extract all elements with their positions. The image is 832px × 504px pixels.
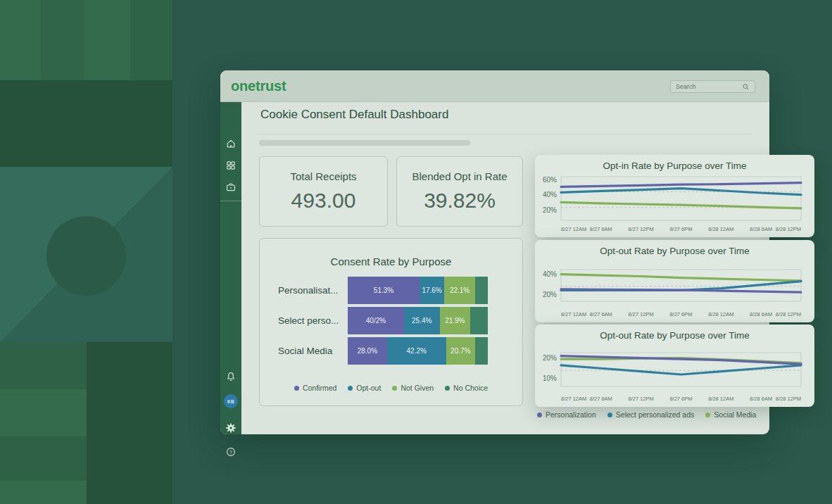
bar-category-label: Select perso... — [278, 315, 348, 326]
legend-label: Select personalized ads — [616, 410, 695, 419]
legend-item-social-media: Social Media — [705, 410, 756, 419]
svg-text:8/27 6PM: 8/27 6PM — [669, 226, 692, 232]
bar-category-label: Personalisat... — [278, 285, 348, 296]
grid-icon[interactable] — [225, 160, 237, 171]
background-square — [84, 0, 130, 80]
background-band — [0, 167, 172, 342]
consent-legend: ConfirmedOpt-outNot GivenNo Choice — [260, 384, 522, 392]
svg-text:8/28 12AM: 8/28 12AM — [708, 396, 733, 402]
bar-segment-not-given: 22.1% — [444, 277, 475, 304]
svg-text:8/27 6PM: 8/27 6PM — [669, 396, 692, 402]
line-chart-plot: 60%40%20%8/27 12AM8/27 6AM8/27 12PM8/27 … — [535, 155, 814, 237]
svg-text:20%: 20% — [543, 206, 557, 214]
svg-text:8/27 6AM: 8/27 6AM — [590, 311, 612, 317]
bar-segment-confirmed: 40/2% — [348, 307, 404, 334]
search-icon — [742, 83, 750, 91]
svg-text:8/28 12PM: 8/28 12PM — [776, 226, 801, 232]
svg-text:60%: 60% — [543, 176, 557, 184]
legend-dot — [705, 412, 710, 417]
bar-segment-opt-out: 17.6% — [420, 277, 444, 304]
bell-icon[interactable] — [225, 371, 237, 382]
stat-value: 39.82% — [397, 189, 522, 213]
stat-value: 493.00 — [260, 189, 387, 213]
sidebar-divider — [220, 201, 241, 201]
search-box[interactable]: Search — [670, 80, 755, 93]
svg-text:?: ? — [229, 449, 232, 455]
app-window: onetrust Search KB — [220, 70, 769, 434]
bar-segment-confirmed: 28.0% — [348, 337, 387, 365]
onetrust-logo: onetrust — [231, 78, 286, 94]
legend-label: Social Media — [714, 410, 756, 419]
bar-segment-confirmed: 51.3% — [348, 277, 420, 304]
legend-dot — [607, 412, 612, 417]
avatar[interactable]: KB — [224, 394, 238, 408]
svg-text:8/27 12AM: 8/27 12AM — [561, 311, 586, 317]
svg-text:8/27 6AM: 8/27 6AM — [590, 226, 612, 232]
background-square — [0, 436, 87, 481]
legend-label: Confirmed — [303, 384, 336, 392]
line-chart-plot: 20%10%8/27 12AM8/27 6AM8/27 12PM8/27 6PM… — [535, 325, 814, 407]
chart-title: Consent Rate by Purpose — [260, 256, 522, 267]
search-placeholder: Search — [676, 83, 696, 90]
svg-text:8/28 12PM: 8/28 12PM — [776, 396, 801, 402]
svg-text:8/28 12PM: 8/28 12PM — [776, 311, 801, 317]
stat-label: Total Receipts — [260, 170, 387, 182]
svg-text:8/28 6AM: 8/28 6AM — [750, 311, 772, 317]
legend-dot — [445, 386, 450, 391]
svg-text:8/28 6AM: 8/28 6AM — [750, 226, 772, 232]
legend-item-opt-out: Opt-out — [348, 384, 381, 392]
consent-row-personalisat: Personalisat...51.3%17.6%22.1% — [278, 277, 488, 304]
bar-segment-no-choice — [475, 277, 488, 304]
svg-text:8/28 6AM: 8/28 6AM — [750, 396, 772, 402]
gear-icon[interactable] — [225, 422, 237, 434]
bar-segment-no-choice — [475, 337, 488, 365]
legend-label: Opt-out — [356, 384, 381, 392]
legend-item-not-given: Not Given — [392, 384, 434, 392]
title-divider — [259, 134, 752, 134]
legend-item-select-personalized-ads: Select personalized ads — [607, 410, 695, 419]
bar-segment-not-given: 21.9% — [440, 307, 471, 334]
legend-label: Not Given — [401, 384, 434, 392]
bar-segment-opt-out: 25.4% — [404, 307, 440, 334]
bar-segment-no-choice — [470, 307, 488, 334]
stat-card-total-receipts: Total Receipts 493.00 — [259, 156, 388, 227]
home-icon[interactable] — [225, 138, 237, 149]
opt-out-rate-chart-card-2: Opt-out Rate by Purpose over Time 20%10%… — [535, 325, 814, 407]
svg-text:8/28 12AM: 8/28 12AM — [708, 311, 733, 317]
briefcase-icon[interactable] — [225, 182, 237, 193]
svg-text:40%: 40% — [543, 191, 557, 199]
svg-text:8/27 12PM: 8/27 12PM — [629, 226, 654, 232]
bar-category-label: Social Media — [278, 346, 348, 356]
bar-segment-not-given: 20.7% — [446, 337, 475, 365]
background-square — [0, 389, 87, 436]
stacked-bar: 51.3%17.6%22.1% — [348, 277, 488, 304]
svg-text:20%: 20% — [543, 291, 557, 298]
legend-dot — [537, 412, 542, 417]
svg-text:8/27 6AM: 8/27 6AM — [590, 396, 612, 402]
stat-card-blended-opt-in-rate: Blended Opt in Rate 39.82% — [396, 156, 523, 227]
background-square — [130, 0, 172, 80]
line-series-select-personalized-ads — [561, 365, 801, 374]
svg-text:20%: 20% — [543, 354, 557, 362]
stacked-bar: 40/2%25.4%21.9% — [348, 307, 488, 334]
svg-text:10%: 10% — [543, 374, 557, 382]
background-rect-dark — [0, 80, 172, 167]
background-square — [0, 0, 41, 80]
app-topbar: onetrust Search — [220, 70, 769, 102]
tab-placeholder-bar — [259, 140, 470, 146]
help-icon[interactable]: ? — [225, 446, 237, 458]
consent-rows: Personalisat...51.3%17.6%22.1%Select per… — [278, 277, 488, 367]
legend-item-confirmed: Confirmed — [294, 384, 336, 392]
series-legend: PersonalizationSelect personalized adsSo… — [537, 410, 756, 419]
bar-segment-opt-out: 42.2% — [387, 337, 446, 365]
background-square — [41, 0, 84, 80]
consent-rate-chart-card: Consent Rate by Purpose Personalisat...5… — [259, 238, 523, 406]
consent-row-select-perso: Select perso...40/2%25.4%21.9% — [278, 307, 488, 334]
legend-item-personalization: Personalization — [537, 410, 596, 419]
svg-text:8/27 12AM: 8/27 12AM — [561, 396, 586, 402]
legend-label: Personalization — [546, 410, 596, 419]
svg-text:8/27 6PM: 8/27 6PM — [669, 311, 692, 317]
svg-text:8/27 12PM: 8/27 12PM — [629, 396, 654, 402]
legend-dot — [294, 386, 299, 391]
legend-label: No Choice — [453, 384, 488, 392]
